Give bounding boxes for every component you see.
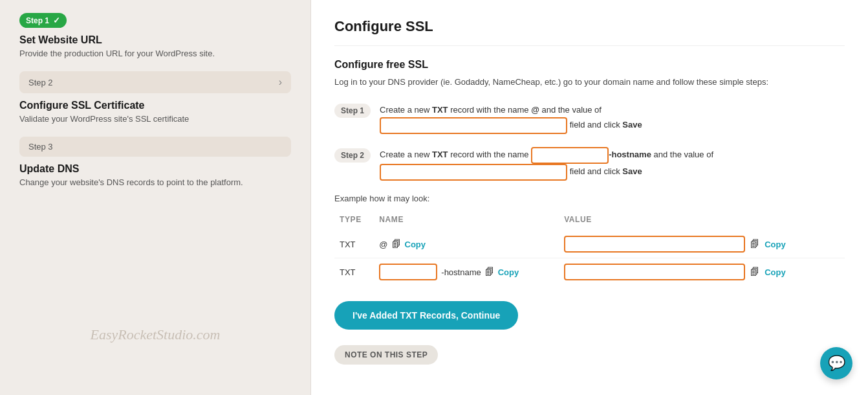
row2-name: -hostname 🗐 Copy <box>374 258 559 286</box>
step2-value-input[interactable] <box>380 164 567 181</box>
row1-value: 🗐 Copy <box>559 231 845 258</box>
step2-hostname-suffix: -hostname <box>609 150 651 160</box>
note-button[interactable]: NOTE ON THIS STEP <box>334 345 438 365</box>
step2-text-mid2: and the value of <box>651 150 713 160</box>
col-name: NAME <box>374 211 559 231</box>
step2-instruction: Create a new TXT record with the name -h… <box>380 147 713 181</box>
step1-at: @ <box>531 105 539 115</box>
row2-value-copy-icon: 🗐 <box>750 267 759 277</box>
table-row: TXT @ 🗐 Copy 🗐 Copy <box>334 231 845 258</box>
row2-value-copy-button[interactable]: Copy <box>765 267 786 277</box>
step2-desc: Validate your WordPress site's SSL certi… <box>19 114 291 124</box>
step1-row: Step 1 Create a new TXT record with the … <box>334 102 845 134</box>
row2-value: 🗐 Copy <box>559 258 845 286</box>
row1-name: @ 🗐 Copy <box>374 231 559 258</box>
continue-button[interactable]: I've Added TXT Records, Continue <box>334 301 518 330</box>
step1-text-before: Create a new <box>380 105 432 115</box>
row1-value-input[interactable] <box>564 236 745 253</box>
step1-save: Save <box>622 120 642 130</box>
step2-txt-bold: TXT <box>432 150 448 160</box>
row1-value-copy-button[interactable]: Copy <box>765 240 786 249</box>
step1-txt-bold: TXT <box>432 105 448 115</box>
watermark: EasyRocketStudio.com <box>91 326 221 343</box>
step2-row: Step 2 Create a new TXT record with the … <box>334 147 845 181</box>
step2-text-before: Create a new <box>380 150 432 160</box>
dns-table: TYPE NAME VALUE TXT @ 🗐 Copy <box>334 211 845 286</box>
step2-save: Save <box>622 167 642 177</box>
step3-section: Update DNS Change your website's DNS rec… <box>19 163 291 187</box>
table-row: TXT -hostname 🗐 Copy 🗐 Copy <box>334 258 845 286</box>
row1-at: @ <box>379 240 387 249</box>
step2-hostname-input[interactable] <box>531 147 609 164</box>
main-panel: Configure SSL Configure free SSL Log in … <box>310 0 868 395</box>
step3-pill[interactable]: Step 3 <box>19 137 291 157</box>
step2-pill-label: Step 2 <box>28 78 53 87</box>
step1-badge-label: Step 1 <box>26 16 49 25</box>
row2-value-input[interactable] <box>564 264 745 280</box>
row2-hostname-label: -hostname <box>441 267 481 277</box>
col-type: TYPE <box>334 211 374 231</box>
row2-copy-button[interactable]: Copy <box>498 267 519 277</box>
step2-title: Configure SSL Certificate <box>19 100 291 111</box>
step1-badge: Step 1 ✓ <box>19 13 67 28</box>
step2-section: Configure SSL Certificate Validate your … <box>19 100 291 124</box>
step1-text-mid2: and the value of <box>539 105 602 115</box>
step3-desc: Change your website's DNS records to poi… <box>19 177 291 187</box>
step1-text-after: field and click <box>570 120 623 130</box>
step1-title: Set Website URL <box>19 34 291 46</box>
row1-copy-button[interactable]: Copy <box>405 240 426 249</box>
chat-bubble[interactable]: 💬 <box>820 347 852 379</box>
section-title: Configure free SSL <box>334 59 845 71</box>
step1-circle: Step 1 <box>334 104 371 118</box>
step1-checkmark: ✓ <box>53 16 60 25</box>
row1-value-copy-icon: 🗐 <box>750 239 759 249</box>
step1-instruction: Create a new TXT record with the name @ … <box>380 102 642 134</box>
chat-icon: 💬 <box>828 355 845 372</box>
page-title: Configure SSL <box>334 18 845 46</box>
chevron-icon: › <box>279 76 282 88</box>
step2-text-after: field and click <box>570 167 623 177</box>
step1-value-input[interactable] <box>380 117 567 134</box>
sidebar: Step 1 ✓ Set Website URL Provide the pro… <box>0 0 310 395</box>
step3-pill-label: Step 3 <box>28 142 53 152</box>
row1-type: TXT <box>334 231 374 258</box>
step3-title: Update DNS <box>19 163 291 175</box>
step2-text-mid1: record with the name <box>448 150 532 160</box>
step1-desc: Provide the production URL for your Word… <box>19 49 291 58</box>
row1-copy-icon: 🗐 <box>392 239 401 249</box>
intro-text: Log in to your DNS provider (ie. Godaddy… <box>334 76 845 89</box>
step2-circle: Step 2 <box>334 148 371 163</box>
row2-copy-icon: 🗐 <box>485 267 494 277</box>
step2-pill[interactable]: Step 2 › <box>19 71 291 93</box>
row2-type: TXT <box>334 258 374 286</box>
col-value: VALUE <box>559 211 845 231</box>
step1-text-mid1: record with the name <box>448 105 532 115</box>
row2-name-input[interactable] <box>379 264 437 280</box>
example-label: Example how it may look: <box>334 194 845 203</box>
